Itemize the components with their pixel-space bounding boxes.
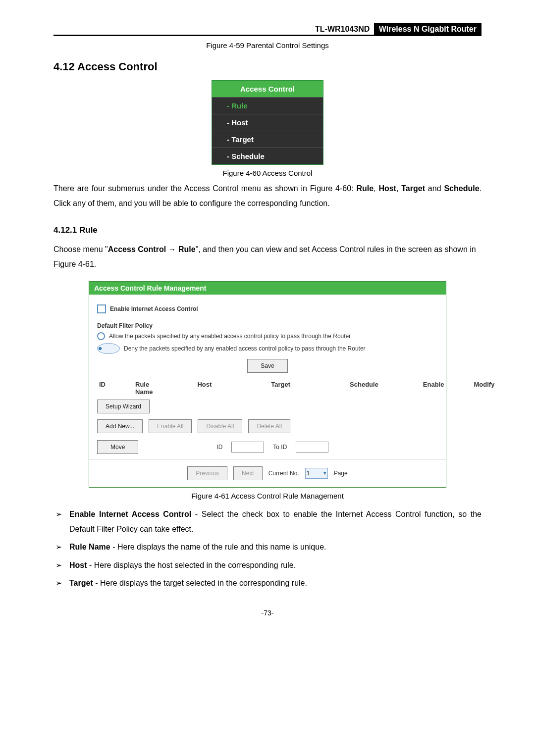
figure-61-caption: Figure 4-61 Access Control Rule Manageme… xyxy=(54,492,482,500)
bullet-host: Host - Here displays the host selected i… xyxy=(54,558,482,573)
rule-paragraph: Choose menu "Access Control → Rule", and… xyxy=(54,242,482,272)
enable-all-button[interactable]: Enable All xyxy=(149,419,192,433)
bullet-target: Target - Here displays the target select… xyxy=(54,576,482,591)
bullet-enable: Enable Internet Access Control - Select … xyxy=(54,507,482,537)
id-input[interactable] xyxy=(231,442,264,453)
previous-button[interactable]: Previous xyxy=(187,466,227,480)
model: TL-WR1043ND xyxy=(315,25,370,33)
save-button[interactable]: Save xyxy=(247,359,287,373)
policy-deny-row[interactable]: Deny the packets specified by any enable… xyxy=(97,343,438,354)
chevron-down-icon: ▾ xyxy=(323,470,326,476)
panel-title: Access Control Rule Management xyxy=(89,282,446,295)
enable-access-control-row[interactable]: Enable Internet Access Control xyxy=(97,304,438,313)
to-id-label: To ID xyxy=(273,444,287,451)
divider xyxy=(89,459,446,459)
bullet-list: Enable Internet Access Control - Select … xyxy=(54,507,482,591)
allow-label: Allow the packets specified by any enabl… xyxy=(109,333,351,340)
menu-item-target[interactable]: - Target xyxy=(212,131,323,148)
product: Wireless N Gigabit Router xyxy=(374,23,482,35)
to-id-input[interactable] xyxy=(296,442,328,453)
subsection-heading: 4.12.1 Rule xyxy=(54,225,482,235)
id-label: ID xyxy=(216,444,222,451)
bullet-rule-name: Rule Name - Here displays the name of th… xyxy=(54,540,482,554)
move-button[interactable]: Move xyxy=(97,440,138,454)
disable-all-button[interactable]: Disable All xyxy=(198,419,242,433)
deny-radio[interactable] xyxy=(97,343,120,354)
add-new-button[interactable]: Add New... xyxy=(97,419,143,433)
access-control-menu: Access Control - Rule - Host - Target - … xyxy=(212,80,323,165)
next-button[interactable]: Next xyxy=(233,466,263,480)
allow-radio[interactable] xyxy=(97,332,105,340)
figure-60-caption: Figure 4-60 Access Control xyxy=(54,169,482,177)
setup-wizard-button[interactable]: Setup Wizard xyxy=(97,400,150,413)
page-number: -73- xyxy=(54,609,482,617)
menu-item-host[interactable]: - Host xyxy=(212,114,323,131)
rule-management-panel: Access Control Rule Management Enable In… xyxy=(89,281,446,488)
figure-59-caption: Figure 4-59 Parental Control Settings xyxy=(54,41,482,50)
pagination: Previous Next Current No. 1▾ Page xyxy=(97,464,438,482)
enable-checkbox[interactable] xyxy=(97,304,106,313)
intro-paragraph: There are four submenus under the Access… xyxy=(54,181,482,211)
policy-label: Default Filter Policy xyxy=(97,322,438,329)
deny-label: Deny the packets specified by any enable… xyxy=(124,345,366,352)
delete-all-button[interactable]: Delete All xyxy=(248,419,290,433)
rules-table-header: ID Rule Name Host Target Schedule Enable… xyxy=(99,381,438,396)
menu-item-schedule[interactable]: - Schedule xyxy=(212,148,323,164)
doc-header: TL-WR1043ND Wireless N Gigabit Router xyxy=(54,25,482,36)
policy-allow-row[interactable]: Allow the packets specified by any enabl… xyxy=(97,332,438,340)
current-no-label: Current No. xyxy=(268,470,299,477)
section-heading: 4.12 Access Control xyxy=(54,60,482,73)
page-label: Page xyxy=(334,470,348,477)
page-select[interactable]: 1▾ xyxy=(305,468,328,479)
menu-item-rule[interactable]: - Rule xyxy=(212,97,323,114)
menu-header: Access Control xyxy=(212,81,323,97)
enable-label: Enable Internet Access Control xyxy=(110,305,198,312)
